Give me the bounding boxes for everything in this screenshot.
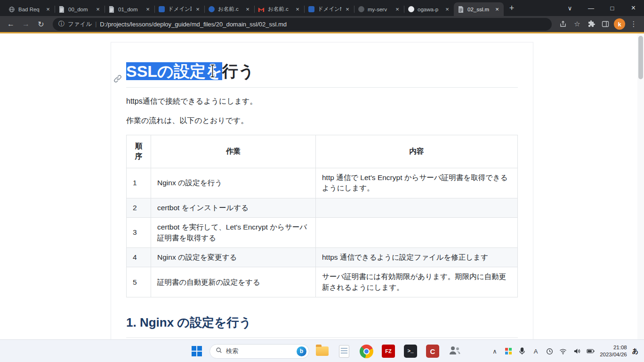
c-app-button[interactable]: C (423, 342, 442, 361)
tab-label: Bad Req (18, 7, 42, 12)
tab-close-icon[interactable]: × (344, 6, 351, 13)
window-controls: ∨ — □ × (559, 0, 644, 16)
tray-time: 21:08 (600, 344, 627, 351)
taskbar-search-input[interactable]: 検索 b (209, 344, 309, 359)
battery-icon[interactable] (586, 347, 595, 355)
tab-search-chevron-icon[interactable]: ∨ (559, 0, 580, 16)
filezilla-button[interactable]: FZ (379, 342, 398, 361)
tab-label: ドメインN (318, 6, 341, 13)
section-heading: 1. Nginx の設定を行う (126, 314, 518, 338)
tab-label: 00_dom (68, 7, 92, 12)
share-icon[interactable] (556, 17, 570, 31)
text-cursor-pointer (209, 63, 216, 77)
cell-order: 2 (127, 198, 151, 217)
browser-menu-icon[interactable]: ⋮ (627, 17, 640, 31)
ime-mode-indicator[interactable]: あ (632, 347, 640, 355)
tray-chevron-icon[interactable]: ∧ (491, 347, 499, 355)
tab-label: 02_ssl.m (467, 7, 491, 12)
tab-close-icon[interactable]: × (145, 6, 151, 13)
tab-01-dom[interactable]: 01_dom × (105, 2, 154, 16)
cell-task: 証明書の自動更新の設定をする (151, 267, 316, 297)
chrome-button[interactable] (357, 342, 376, 361)
window-close-button[interactable]: × (623, 0, 644, 16)
system-tray: ∧ A 21:08 2023/04/26 あ (491, 340, 640, 362)
address-bar[interactable]: ⓘ ファイル | D:/projects/lessons/deploy_guid… (53, 18, 552, 31)
terminal-button[interactable]: >_ (401, 342, 420, 361)
side-panel-icon[interactable] (599, 17, 612, 31)
profile-avatar[interactable]: k (614, 18, 625, 30)
taskbar-center-group: 検索 b FZ >_ C (187, 340, 464, 362)
apps-grid-icon[interactable] (504, 347, 513, 355)
tab-my-serv[interactable]: my-serv × (354, 2, 404, 16)
heading-text: 行う (222, 62, 255, 80)
reload-button[interactable]: ↻ (34, 17, 48, 31)
tab-close-icon[interactable]: × (394, 6, 401, 13)
chrome-icon (360, 345, 373, 358)
tab-close-icon[interactable]: × (244, 6, 251, 13)
url-text: D:/projects/lessons/deploy_guide/md_file… (100, 21, 287, 28)
bing-icon[interactable]: b (297, 346, 306, 356)
tab-bad-req[interactable]: Bad Req × (5, 2, 55, 16)
tab-label: ogawa-p (418, 7, 441, 12)
tab-close-icon[interactable]: × (194, 6, 201, 13)
forward-button[interactable]: → (19, 17, 33, 31)
search-icon (216, 347, 222, 355)
table-row: 3 certbot を実行して、Let's Encrypt からサーバ証明書を取… (127, 218, 518, 248)
cell-order: 1 (127, 168, 151, 198)
tab-onamae-gmail[interactable]: お名前.c × (254, 2, 304, 16)
markdown-content: SSLの設定を行う https通信で接続できるようにします。 作業の流れは、以下… (111, 42, 533, 339)
windows-taskbar: 検索 b FZ >_ C ∧ A (0, 339, 644, 362)
tab-onamae-1[interactable]: お名前.c × (204, 2, 254, 16)
bookmark-star-icon[interactable]: ☆ (571, 17, 584, 31)
tab-ogawa-p[interactable]: ogawa-p × (404, 2, 454, 16)
tab-label: ドメイン取 (168, 6, 192, 13)
notepad-button[interactable] (335, 342, 354, 361)
scrollbar-thumb[interactable] (638, 36, 643, 79)
browser-toolbar: ← → ↻ ⓘ ファイル | D:/projects/lessons/deplo… (0, 16, 644, 32)
tab-02-ssl-active[interactable]: 02_ssl.m × (454, 2, 504, 16)
tray-clock[interactable]: 21:08 2023/04/26 (600, 344, 627, 358)
new-tab-button[interactable]: + (506, 2, 518, 15)
cell-detail (316, 198, 518, 217)
tab-label: お名前.c (268, 6, 291, 13)
steps-table: 順序 作業 内容 1 Nginx の設定を行う http 通信で Let's E… (126, 135, 518, 298)
cell-task: certbot をインストールする (151, 198, 316, 217)
speaker-icon[interactable] (572, 347, 581, 355)
cell-detail: http 通信で Let's Encrypt からサーバ証明書を取得できるように… (316, 168, 518, 198)
tab-close-icon[interactable]: × (494, 6, 500, 13)
file-explorer-button[interactable] (313, 342, 331, 361)
document-favicon-icon (108, 6, 115, 13)
maximize-button[interactable]: □ (602, 0, 623, 16)
flow-paragraph: 作業の流れは、以下のとおりです。 (126, 115, 518, 127)
tab-close-icon[interactable]: × (294, 6, 301, 13)
column-header: 作業 (151, 135, 316, 168)
heading-anchor-link-icon[interactable] (113, 67, 122, 76)
wifi-icon[interactable] (559, 347, 567, 355)
tab-close-icon[interactable]: × (95, 6, 101, 13)
column-header: 内容 (316, 135, 518, 168)
folder-icon (316, 346, 329, 356)
minimize-button[interactable]: — (580, 0, 602, 16)
tab-domain-n[interactable]: ドメインN × (304, 2, 354, 16)
clock-app-icon[interactable] (545, 347, 554, 355)
column-header: 順序 (127, 135, 151, 168)
extensions-puzzle-icon[interactable] (585, 17, 598, 31)
page-info-icon[interactable]: ⓘ (58, 20, 64, 28)
filezilla-icon: FZ (382, 345, 395, 358)
microphone-icon[interactable] (518, 347, 526, 355)
back-button[interactable]: ← (4, 17, 18, 31)
tab-label: my-serv (368, 7, 391, 12)
url-scheme-divider: | (95, 21, 97, 27)
tab-domain-tori[interactable]: ドメイン取 × (154, 2, 204, 16)
page-scrollbar[interactable] (637, 33, 644, 339)
contacts-button[interactable] (445, 342, 464, 361)
gmail-favicon-icon (258, 6, 265, 13)
table-row: 5 証明書の自動更新の設定をする サーバ証明書には有効期限があります。期限内に自… (127, 267, 518, 297)
ime-letter-indicator[interactable]: A (531, 347, 540, 355)
tab-close-icon[interactable]: × (45, 6, 51, 13)
start-button[interactable] (187, 342, 206, 361)
tab-close-icon[interactable]: × (444, 6, 451, 13)
tab-00-dom[interactable]: 00_dom × (55, 2, 105, 16)
terminal-icon: >_ (404, 345, 417, 358)
document-favicon-icon (58, 6, 65, 13)
